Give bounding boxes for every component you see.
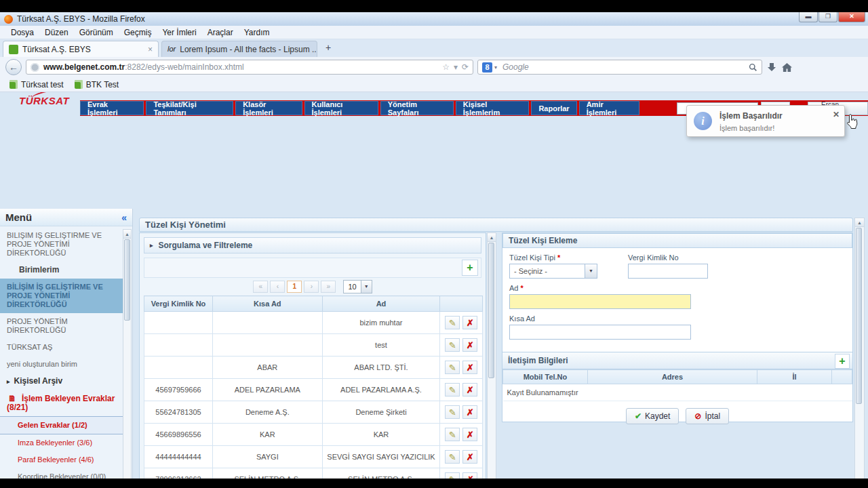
nav-kisisel-islemlerim[interactable]: Kişisel İşlemlerim — [456, 101, 530, 115]
nav-teskilat-kisi-tanimlari[interactable]: Teşkilat/Kişi Tanımları — [146, 101, 233, 115]
delete-icon[interactable]: ✗ — [462, 405, 477, 419]
list-scrollbar[interactable]: ▲ ▼ — [487, 232, 496, 479]
col-ad[interactable]: Ad — [322, 296, 440, 312]
pager-current-page[interactable]: 1 — [287, 281, 302, 293]
sidebar-item-koordine-bekleyenler[interactable]: Koordine Bekleyenler (0/0) — [0, 468, 123, 479]
menu-yerimleri[interactable]: Yer İmleri — [157, 26, 201, 39]
sidebar-item-paraf-bekleyenler[interactable]: Paraf Bekleyenler (4/6) — [0, 451, 123, 468]
home-icon[interactable] — [781, 62, 793, 73]
star-caret-icon[interactable]: ▾ — [454, 62, 458, 72]
add-contact-button[interactable]: + — [835, 354, 850, 369]
bookmark-btk-test[interactable]: BTK Test — [69, 80, 124, 89]
page-scrollbar[interactable]: ▲ ▼ — [854, 218, 865, 479]
table-row[interactable]: 55624781305Deneme A.Ş.Deneme Şirketi✎✗ — [144, 401, 483, 424]
pager-prev-icon[interactable]: ‹ — [270, 281, 285, 293]
toast-close-icon[interactable]: ✕ — [833, 110, 840, 119]
new-tab-button[interactable]: + — [320, 42, 336, 56]
minimize-button[interactable]: ▬ — [799, 12, 818, 22]
sidebar-item-direktorlugu-top[interactable]: BILIŞIM IŞ GELIŞTIRME VE PROJE YÖNETİMİ … — [0, 227, 123, 262]
nav-kullanici-islemleri[interactable]: Kullanıcı İşlemleri — [304, 101, 378, 115]
tip-select[interactable]: - Seçiniz - ▼ — [509, 264, 597, 279]
col-mobil-tel[interactable]: Mobil Tel.No — [503, 370, 588, 384]
col-kisa-ad[interactable]: Kısa Ad — [213, 296, 323, 312]
edit-icon[interactable]: ✎ — [445, 405, 460, 419]
filter-toggle[interactable]: ▸ Sorgulama ve Filtreleme — [144, 237, 481, 253]
col-adres[interactable]: Adres — [588, 370, 757, 384]
scrollbar-thumb[interactable] — [856, 228, 862, 404]
edit-icon[interactable]: ✎ — [445, 450, 460, 464]
sidebar-item-yeni-birim[interactable]: yeni oluşturulan birim — [0, 356, 123, 373]
search-bar[interactable]: 8 ▾ Google — [477, 60, 762, 75]
close-button[interactable]: ✕ — [838, 12, 865, 22]
sidebar-item-proje-yonetim[interactable]: PROJE YÖNETİM DİREKTÖRLÜĞÜ — [0, 313, 123, 339]
menu-duzen[interactable]: Düzen — [39, 26, 74, 39]
page-size-select[interactable]: 10 ▼ — [343, 280, 372, 293]
menu-yardim[interactable]: Yardım — [239, 26, 275, 39]
scrollbar-thumb[interactable] — [124, 239, 130, 321]
table-row[interactable]: 45669896556KARKAR✎✗ — [144, 424, 483, 446]
sidebar-item-islem-bekleyen[interactable]: 🗎İşlem Bekleyen Evraklar (8/21) — [0, 390, 123, 416]
delete-icon[interactable]: ✗ — [462, 338, 477, 352]
ad-input[interactable] — [509, 294, 691, 309]
sidebar-scrollbar[interactable]: ▲ ▼ — [123, 229, 132, 479]
scroll-up-icon[interactable]: ▲ — [123, 230, 131, 239]
save-button[interactable]: ✔ Kaydet — [626, 408, 679, 424]
tab-close-icon[interactable]: × — [144, 45, 153, 54]
table-row[interactable]: 44444444444SAYGISEVGİ SAYGI SAYGI YAZICI… — [144, 446, 483, 468]
bookmark-turksat-test[interactable]: Türksat test — [4, 80, 69, 89]
pager-next-icon[interactable]: › — [304, 281, 319, 293]
nav-klasor-islemleri[interactable]: Klasör İşlemleri — [235, 101, 302, 115]
delete-icon[interactable]: ✗ — [462, 383, 477, 396]
nav-yonetim-sayfalari[interactable]: Yönetim Sayfaları — [380, 101, 454, 115]
sidebar-item-imza-bekleyenler[interactable]: Imza Bekleyenler (3/6) — [0, 434, 123, 451]
tab-ebys[interactable]: Türksat A.Ş. EBYS × — [3, 41, 159, 57]
delete-icon[interactable]: ✗ — [462, 361, 477, 374]
url-bar[interactable]: www.belgenet.com.tr :8282/edys-web/mainI… — [26, 60, 473, 75]
sidebar-item-kisisel-arsiv[interactable]: ▸Kişisel Arşiv — [0, 373, 123, 390]
delete-icon[interactable]: ✗ — [462, 316, 477, 329]
col-il[interactable]: İl — [757, 370, 832, 384]
cancel-button[interactable]: ⊘ İptal — [686, 408, 729, 424]
add-record-button[interactable]: + — [462, 260, 478, 276]
menu-araclar[interactable]: Araçlar — [202, 26, 239, 39]
delete-icon[interactable]: ✗ — [462, 428, 477, 441]
menu-dosya[interactable]: Dosya — [5, 26, 39, 39]
table-row[interactable]: bizim muhtar✎✗ — [144, 312, 483, 334]
col-vergi-kimlik-no[interactable]: Vergi Kimlik No — [144, 296, 213, 312]
pager-first-icon[interactable]: « — [253, 281, 268, 293]
maximize-button[interactable]: ❐ — [818, 12, 837, 22]
nav-evrak-islemleri[interactable]: Evrak İşlemleri — [80, 101, 144, 115]
edit-icon[interactable]: ✎ — [445, 428, 460, 441]
table-row[interactable]: 45697959666ADEL PAZARLAMAADEL PAZARLAMA … — [144, 379, 483, 401]
nav-amir-islemleri[interactable]: Amir İşlemleri — [579, 101, 640, 115]
menu-gecmis[interactable]: Geçmiş — [119, 26, 157, 39]
edit-icon[interactable]: ✎ — [445, 383, 460, 396]
tab-lorem[interactable]: lor Lorem Ipsum - All the facts - Lipsum… — [161, 41, 317, 57]
magnifier-icon[interactable] — [749, 63, 757, 72]
table-row[interactable]: 78996212662SELİN METRO A.Ş.SELİN METRO A… — [144, 468, 483, 479]
sidebar-item-birimlerim[interactable]: Birimlerim — [0, 262, 123, 279]
edit-icon[interactable]: ✎ — [445, 361, 460, 374]
table-row[interactable]: ABARABAR LTD. ŞTİ.✎✗ — [144, 357, 483, 379]
kisa-ad-input[interactable] — [509, 325, 691, 340]
nav-raporlar[interactable]: Raporlar — [531, 101, 576, 115]
sidebar-item-turksat-as[interactable]: TÜRKSAT AŞ — [0, 339, 123, 356]
scroll-up-icon[interactable]: ▲ — [488, 233, 496, 242]
engine-caret-icon[interactable]: ▾ — [494, 64, 497, 70]
table-row[interactable]: test✎✗ — [144, 334, 483, 357]
bookmark-star-icon[interactable]: ☆ — [442, 62, 450, 72]
sidebar-collapse-icon[interactable]: « — [121, 212, 127, 223]
reload-icon[interactable]: ⟳ — [462, 62, 469, 72]
edit-icon[interactable]: ✎ — [445, 338, 460, 352]
edit-icon[interactable]: ✎ — [445, 316, 460, 329]
sidebar-item-gelen-evraklar[interactable]: Gelen Evraklar (1/2) — [0, 416, 123, 434]
back-button[interactable]: ← — [5, 59, 22, 75]
delete-icon[interactable]: ✗ — [462, 472, 477, 479]
menu-gorunum[interactable]: Görünüm — [74, 26, 119, 39]
sidebar-item-direktorlugu-selected[interactable]: BİLİŞİM İŞ GELİŞTİRME VE PROJE YÖNETİMİ … — [0, 279, 123, 313]
delete-icon[interactable]: ✗ — [462, 450, 477, 464]
vkn-input[interactable] — [628, 264, 708, 279]
scrollbar-thumb[interactable] — [488, 243, 494, 378]
pager-last-icon[interactable]: » — [321, 281, 336, 293]
scroll-up-icon[interactable]: ▲ — [855, 218, 864, 227]
